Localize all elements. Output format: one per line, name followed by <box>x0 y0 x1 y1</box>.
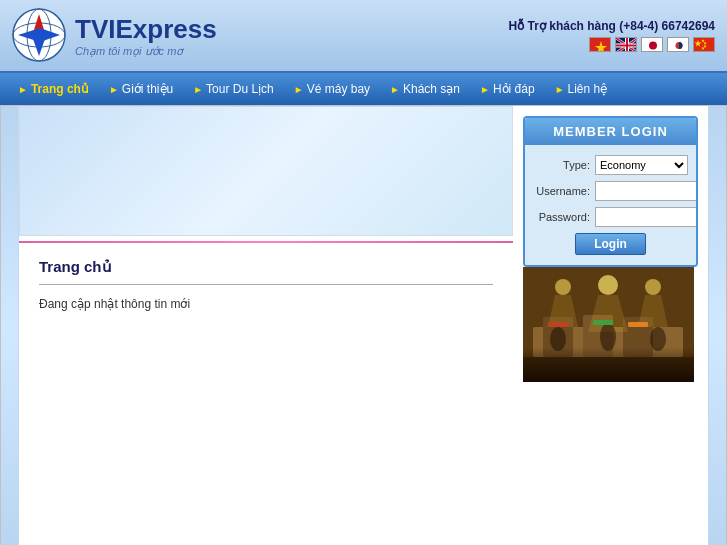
navigation-bar: ► Trang chủ ► Giới thiệu ► Tour Du Lịch … <box>0 73 727 105</box>
svg-point-41 <box>600 323 616 351</box>
username-row: Username: <box>533 181 688 201</box>
username-label: Username: <box>533 185 595 197</box>
login-box: MEMBER LOGIN Type: Economy Standard Prem… <box>523 116 698 267</box>
flags-container <box>509 37 715 52</box>
nav-item-hotels[interactable]: ► Khách sạn <box>380 73 470 105</box>
type-label: Type: <box>533 159 595 171</box>
banner-area <box>19 106 513 236</box>
restaurant-svg <box>523 267 694 382</box>
page-header: TVIExpress Chạm tôi mọi ước mơ Hỗ Trợ kh… <box>0 0 727 73</box>
type-row: Type: Economy Standard Premium <box>533 155 688 175</box>
logo-text: TVIExpress Chạm tôi mọi ước mơ <box>75 14 217 58</box>
logo-title: TVIExpress <box>75 14 217 45</box>
left-strip <box>1 106 19 545</box>
restaurant-image <box>523 267 694 382</box>
login-form: Type: Economy Standard Premium Username:… <box>525 145 696 265</box>
nav-arrow: ► <box>294 84 304 95</box>
page-content: Đang cập nhật thông tin mới <box>39 297 493 311</box>
nav-item-tours[interactable]: ► Tour Du Lịch <box>183 73 284 105</box>
nav-arrow: ► <box>193 84 203 95</box>
right-sidebar: MEMBER LOGIN Type: Economy Standard Prem… <box>513 106 708 545</box>
nav-item-contact[interactable]: ► Liên hệ <box>545 73 618 105</box>
svg-point-42 <box>650 327 666 351</box>
svg-rect-17 <box>616 45 637 47</box>
vietnam-flag[interactable] <box>589 37 611 52</box>
svg-rect-44 <box>593 320 613 325</box>
japan-flag[interactable] <box>641 37 663 52</box>
logo-icon <box>12 8 67 63</box>
nav-arrow: ► <box>555 84 565 95</box>
svg-rect-43 <box>548 322 568 327</box>
logo-area: TVIExpress Chạm tôi mọi ước mơ <box>12 8 509 63</box>
svg-rect-39 <box>523 357 694 382</box>
support-text: Hỗ Trợ khách hàng (+84-4) 66742694 <box>509 19 715 33</box>
svg-point-35 <box>645 279 661 295</box>
nav-arrow: ► <box>390 84 400 95</box>
korea-flag[interactable] <box>667 37 689 52</box>
right-strip <box>708 106 726 545</box>
header-right: Hỗ Trợ khách hàng (+84-4) 66742694 <box>509 19 715 52</box>
nav-item-about[interactable]: ► Giới thiệu <box>99 73 183 105</box>
login-btn-row: Login <box>533 233 688 255</box>
nav-item-home[interactable]: ► Trang chủ <box>8 73 99 105</box>
password-row: Password: <box>533 207 688 227</box>
uk-flag[interactable] <box>615 37 637 52</box>
content-area: Trang chủ Đang cập nhật thông tin mới <box>19 243 513 545</box>
nav-item-flights[interactable]: ► Vé máy bay <box>284 73 380 105</box>
china-flag[interactable] <box>693 37 715 52</box>
password-label: Password: <box>533 211 595 223</box>
nav-arrow: ► <box>109 84 119 95</box>
password-input[interactable] <box>595 207 698 227</box>
logo-subtitle: Chạm tôi mọi ước mơ <box>75 45 217 58</box>
nav-item-faq[interactable]: ► Hỏi đáp <box>470 73 545 105</box>
type-select[interactable]: Economy Standard Premium <box>595 155 688 175</box>
nav-arrow: ► <box>18 84 28 95</box>
nav-arrow: ► <box>480 84 490 95</box>
content-divider <box>39 284 493 285</box>
svg-rect-45 <box>628 322 648 327</box>
username-input[interactable] <box>595 181 698 201</box>
login-header: MEMBER LOGIN <box>525 118 696 145</box>
page-title: Trang chủ <box>39 258 493 276</box>
main-wrapper: Trang chủ Đang cập nhật thông tin mới ME… <box>0 105 727 545</box>
svg-point-33 <box>555 279 571 295</box>
login-button[interactable]: Login <box>575 233 646 255</box>
svg-point-34 <box>598 275 618 295</box>
center-column: Trang chủ Đang cập nhật thông tin mới <box>19 106 513 545</box>
svg-point-40 <box>550 327 566 351</box>
svg-point-19 <box>649 42 657 50</box>
